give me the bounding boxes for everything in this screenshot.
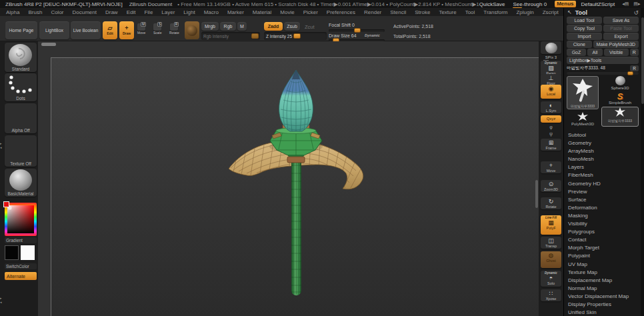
- mrgb-button[interactable]: Mrgb: [201, 22, 219, 31]
- document-canvas[interactable]: [38, 41, 539, 316]
- rgb-button[interactable]: Rgb: [220, 22, 236, 31]
- local-button[interactable]: ◉ Local: [541, 85, 561, 99]
- menu-item[interactable]: Material: [253, 9, 271, 15]
- lsym-button[interactable]: ◐ L.Sym: [541, 101, 561, 113]
- default-zscript-button[interactable]: DefaultZScript: [581, 1, 615, 7]
- tool-subpalette-item[interactable]: Morph Target: [564, 244, 644, 252]
- transp-button[interactable]: ◫ Transp: [541, 237, 561, 249]
- gradient-label[interactable]: Gradient: [5, 237, 37, 243]
- xpose-button[interactable]: ∷ Xpose: [541, 289, 561, 301]
- rgb-intensity-slider[interactable]: Rgb Intensity: [201, 32, 260, 40]
- rotate-button[interactable]: R Rotate: [169, 23, 179, 35]
- menu-item[interactable]: Brush: [28, 9, 42, 15]
- menu-item[interactable]: Zplugin: [516, 9, 533, 15]
- rgb-intensity-handle[interactable]: [251, 33, 259, 39]
- tool-subpalette-item[interactable]: Vector Displacement Map: [564, 293, 644, 301]
- focal-shift-slider[interactable]: [329, 29, 385, 32]
- selected-tool-thumbnail-small[interactable]: 마법빛자루3333: [601, 107, 639, 127]
- bpr-render-button[interactable]: [541, 41, 561, 54]
- load-tool-button[interactable]: Load Tool: [567, 17, 602, 24]
- menu-item[interactable]: Texture: [439, 9, 456, 15]
- tool-subpalette-item[interactable]: Normal Map: [564, 285, 644, 293]
- quicksave-button[interactable]: QuickSave: [479, 1, 505, 7]
- edit-button[interactable]: ▱ Edit: [103, 21, 117, 39]
- tool-subpalette-item[interactable]: Geometry HD: [564, 180, 644, 188]
- menu-item[interactable]: Picker: [303, 9, 318, 15]
- color-picker[interactable]: [5, 203, 37, 236]
- tool-subpalette-item[interactable]: Unified Skin: [564, 309, 644, 316]
- frame-button[interactable]: ⊞ Frame: [541, 139, 561, 151]
- simplebrush-tool[interactable]: S SimpleBrush: [603, 92, 637, 105]
- tool-panel-scrollbar[interactable]: [641, 8, 644, 316]
- tool-subpalette-item[interactable]: UV Map: [564, 261, 644, 269]
- tool-subpalette-item[interactable]: Masking: [564, 212, 644, 220]
- menu-item[interactable]: Movie: [280, 9, 294, 15]
- tray-resize-arrows-icon-2[interactable]: ▸◂: [0, 296, 2, 304]
- tool-slider[interactable]: [567, 72, 639, 75]
- tool-subpalette-item[interactable]: NanoMesh: [564, 155, 644, 163]
- copy-tool-button[interactable]: Copy Tool: [567, 25, 602, 32]
- y-axis-constraint-icon[interactable]: φ: [541, 124, 561, 131]
- tool-slider-handle[interactable]: [627, 71, 633, 75]
- tool-r-button[interactable]: R: [630, 65, 639, 71]
- focal-shift-handle[interactable]: [354, 28, 361, 33]
- canvas-v-scrollbar[interactable]: [535, 180, 538, 208]
- see-through-slider[interactable]: See-through 0: [513, 1, 547, 7]
- menu-item[interactable]: Draw: [105, 9, 118, 15]
- sphere3d-tool[interactable]: Sphere3D: [603, 76, 637, 90]
- menu-item[interactable]: Transform: [483, 9, 507, 15]
- draw-size-dynamic-label[interactable]: Dynamic: [365, 33, 380, 37]
- zoom3d-button[interactable]: ⊙ Zoom3D: [541, 180, 561, 192]
- solo-button[interactable]: Dynamic ◓ Solo: [541, 271, 561, 287]
- lightbox-tools-button[interactable]: Lightbox▶Tools: [567, 57, 639, 64]
- tool-subpalette-item[interactable]: Visibility: [564, 220, 644, 228]
- live-boolean-button[interactable]: Live Boolean: [71, 21, 101, 39]
- rotate-canvas-button[interactable]: ↻ Rotate: [541, 197, 561, 209]
- tool-subpalette-item[interactable]: ArrayMesh: [564, 147, 644, 155]
- z-intensity-slider[interactable]: Z Intensity 25: [264, 32, 327, 40]
- current-texture-button[interactable]: Texture Off: [5, 135, 37, 167]
- switchcolor-label[interactable]: SwitchColor: [5, 263, 37, 269]
- tool-panel-header[interactable]: ↖ Tool ↺: [564, 8, 644, 17]
- tool-subpalette-item[interactable]: Surface: [564, 196, 644, 204]
- right-tray-toggle-icon[interactable]: ▤▸: [633, 1, 640, 7]
- menu-item[interactable]: Edit: [127, 9, 136, 15]
- secondary-color-swatch[interactable]: [21, 245, 35, 260]
- make-polymesh3d-button[interactable]: Make PolyMesh3D: [593, 41, 639, 48]
- tool-subpalette-item[interactable]: FiberMesh: [564, 171, 644, 179]
- panel-refresh-icon[interactable]: ↺: [633, 9, 639, 16]
- tool-subpalette-item[interactable]: Texture Map: [564, 269, 644, 277]
- move-button[interactable]: M Move: [137, 23, 145, 35]
- current-material-tray-button[interactable]: BasicMaterial: [5, 169, 37, 197]
- tool-subpalette-item[interactable]: Preview: [564, 188, 644, 196]
- save-as-button[interactable]: Save As: [603, 17, 639, 24]
- tool-subpalette-item[interactable]: Geometry: [564, 139, 644, 147]
- ghost-button[interactable]: ◍ Ghost: [541, 251, 561, 268]
- polyframe-button[interactable]: Line Fill ▦ PolyF: [541, 215, 561, 235]
- tool-subpalette-item[interactable]: Deformation: [564, 204, 644, 212]
- goz-button[interactable]: GoZ: [567, 49, 586, 56]
- menu-item[interactable]: Stroke: [415, 9, 430, 15]
- canvas-h-scrollbar[interactable]: [41, 43, 56, 46]
- current-brush-button[interactable]: Standard: [5, 43, 37, 72]
- export-button[interactable]: Export: [603, 33, 639, 40]
- qxyz-button[interactable]: Qxyz: [541, 115, 561, 123]
- menu-item[interactable]: Tool: [465, 9, 475, 15]
- tool-subpalette-item[interactable]: Display Properties: [564, 301, 644, 309]
- clone-button[interactable]: Clone: [567, 41, 592, 48]
- menu-item[interactable]: Layer: [161, 9, 175, 15]
- current-alpha-button[interactable]: Alpha Off: [5, 103, 37, 133]
- tool-subpalette-item[interactable]: Contact: [564, 236, 644, 244]
- menu-item[interactable]: Macro: [204, 9, 219, 15]
- tool-subpalette-item[interactable]: Layers: [564, 163, 644, 171]
- import-button[interactable]: Import: [567, 33, 602, 40]
- viewport-model-magic-staff[interactable]: [227, 61, 387, 301]
- selected-tool-thumbnail-large[interactable]: 마법빛자루3333: [567, 76, 599, 109]
- polymesh3d-tool[interactable]: PolyMesh3D: [567, 112, 599, 126]
- tool-subpalette-item[interactable]: Displacement Map: [564, 277, 644, 285]
- menu-item[interactable]: Preferences: [327, 9, 355, 15]
- switch-color-widget[interactable]: [5, 245, 37, 261]
- menu-item[interactable]: Document: [73, 9, 97, 15]
- current-material-button[interactable]: [185, 21, 199, 39]
- menu-item[interactable]: Render: [364, 9, 381, 15]
